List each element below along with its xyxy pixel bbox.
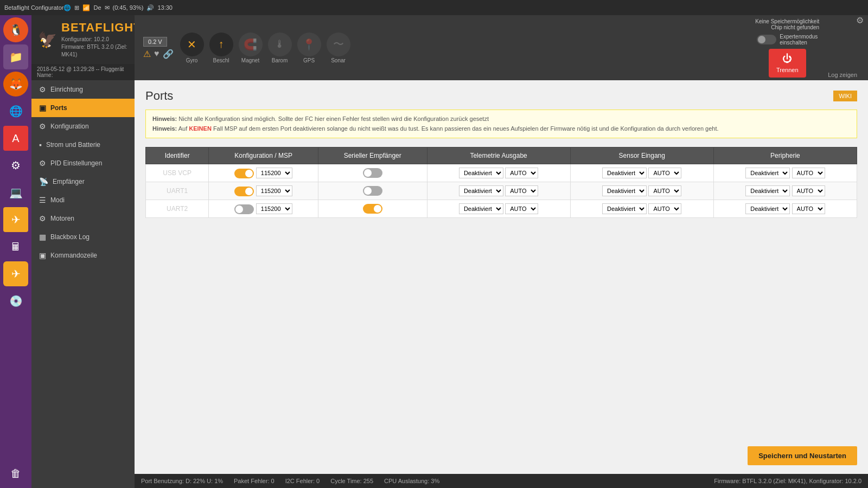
- warning-icon: ⚠: [143, 49, 151, 59]
- warning-text-1: Nicht alle Konfiguration sind möglich. S…: [178, 115, 489, 122]
- peri-mode-0[interactable]: Deaktiviert: [745, 168, 790, 178]
- table-row: UART2 115200 Deaktiviert AUTO: [146, 200, 857, 218]
- settings-gear-icon[interactable]: ⚙: [856, 15, 864, 25]
- tel-baud-1[interactable]: AUTO: [505, 185, 538, 196]
- modi-label: Modi: [50, 196, 65, 204]
- cycle-time: Cycle Time: 255: [330, 478, 373, 484]
- strom-label: Strom und Batterie: [46, 141, 100, 149]
- peri-mode-1[interactable]: Deaktiviert: [745, 185, 790, 196]
- bf2-icon[interactable]: ✈: [3, 261, 28, 286]
- files-icon[interactable]: 📁: [3, 44, 28, 69]
- serial-toggle-0[interactable]: [363, 168, 382, 178]
- warning-line-2: Hinweis: Auf KEINEN Fall MSP auf dem ers…: [152, 124, 850, 134]
- gps-icon: 📍: [297, 33, 321, 56]
- word-icon[interactable]: A: [3, 126, 28, 151]
- sens-mode-1[interactable]: Deaktiviert: [602, 185, 647, 196]
- ports-icon: ▣: [39, 104, 46, 112]
- row-peri-cell: Deaktiviert AUTO: [713, 200, 857, 218]
- tel-mode-1[interactable]: Deaktiviert: [459, 185, 503, 196]
- sidebar-item-modi[interactable]: ☰ Modi: [31, 191, 135, 209]
- sensor-barom[interactable]: 🌡 Barom: [268, 33, 292, 63]
- expert-mode-toggle[interactable]: Expertenmodus einschalten: [757, 34, 818, 46]
- disk-icon[interactable]: 💿: [3, 288, 28, 313]
- save-button[interactable]: Speichern und Neustarten: [748, 446, 857, 465]
- heart-icon: ♥: [154, 49, 159, 59]
- sensor-magnet[interactable]: 🧲 Magnet: [239, 33, 263, 63]
- sys-lang: De: [93, 4, 101, 11]
- paket-fehler: Paket Fehler: 0: [234, 478, 275, 484]
- sidebar-item-kommando[interactable]: ▣ Kommandozeile: [31, 246, 135, 265]
- serial-toggle-1[interactable]: [363, 186, 382, 196]
- network-icon[interactable]: 🌐: [3, 99, 28, 124]
- disconnect-button[interactable]: ⏻ Trennen: [769, 49, 806, 78]
- msp-toggle-1[interactable]: [234, 187, 254, 196]
- sens-baud-0[interactable]: AUTO: [648, 168, 681, 178]
- sidebar-item-motoren[interactable]: ⚙ Motoren: [31, 209, 135, 228]
- col-msp: Konfiguration / MSP: [209, 147, 318, 164]
- msp-toggle-2[interactable]: [234, 204, 254, 214]
- betaflight-icon[interactable]: ✈: [3, 207, 28, 232]
- sensor-beschl[interactable]: ↑ Beschl: [209, 33, 233, 63]
- kommando-label: Kommandozeile: [50, 252, 97, 259]
- tel-baud-0[interactable]: AUTO: [505, 168, 538, 178]
- col-identifier: Identifier: [146, 147, 209, 164]
- settings-icon[interactable]: ⚙: [3, 153, 28, 178]
- warning-keyword: KEINEN: [189, 125, 212, 132]
- beschl-label: Beschl: [213, 57, 229, 63]
- blackbox-icon: ▦: [39, 233, 46, 241]
- tel-mode-2[interactable]: Deaktiviert: [459, 203, 503, 214]
- sensor-gps[interactable]: 📍 GPS: [297, 33, 321, 63]
- port-benutzung: Port Benutzung: D: 22% U: 1%: [141, 478, 223, 484]
- app-title: Betaflight Configurator: [4, 4, 63, 11]
- trash-icon[interactable]: 🗑: [3, 461, 28, 486]
- table-row: USB VCP 115200 Deaktiviert AUTO: [146, 164, 857, 182]
- ports-table: Identifier Konfiguration / MSP Serieller…: [145, 147, 857, 218]
- sys-battery: (0:45, 93%): [113, 4, 144, 11]
- row-serial-cell: [318, 164, 427, 182]
- peri-baud-0[interactable]: AUTO: [792, 168, 825, 178]
- peri-mode-2[interactable]: Deaktiviert: [745, 203, 790, 214]
- tel-mode-0[interactable]: Deaktiviert: [459, 168, 503, 178]
- msp-baud-0[interactable]: 115200: [256, 168, 292, 178]
- terminal-icon[interactable]: 💻: [3, 180, 28, 205]
- msp-baud-2[interactable]: 115200: [256, 203, 292, 214]
- sensor-gyro[interactable]: ✕ Gyro: [180, 33, 204, 63]
- sensor-sonar[interactable]: 〜 Sonar: [327, 33, 350, 63]
- sens-baud-2[interactable]: AUTO: [648, 203, 681, 214]
- sens-mode-2[interactable]: Deaktiviert: [602, 203, 647, 214]
- konfiguration-label: Konfiguration: [50, 123, 89, 130]
- sens-mode-0[interactable]: Deaktiviert: [602, 168, 647, 178]
- sidebar-item-strom[interactable]: ▪ Strom und Batterie: [31, 136, 135, 154]
- expert-toggle-switch[interactable]: [757, 35, 776, 44]
- sidebar-item-einrichtung[interactable]: ⚙ Einrichtung: [31, 80, 135, 99]
- sidebar-item-pid[interactable]: ⚙ PID Einstellungen: [31, 154, 135, 172]
- calc-icon[interactable]: 🖩: [3, 234, 28, 259]
- msp-toggle-0[interactable]: [234, 169, 254, 178]
- row-identifier: USB VCP: [146, 164, 209, 182]
- peri-baud-1[interactable]: AUTO: [792, 185, 825, 196]
- peri-baud-2[interactable]: AUTO: [792, 203, 825, 214]
- wiki-button[interactable]: WIKI: [833, 91, 857, 101]
- firefox-icon[interactable]: 🦊: [3, 72, 28, 97]
- status-right: Firmware: BTFL 3.2.0 (Ziel: MK41), Konfi…: [714, 478, 861, 484]
- msp-baud-1[interactable]: 115200: [256, 185, 292, 196]
- sidebar-item-ports[interactable]: ▣ Ports: [31, 99, 135, 117]
- blackbox-label: Blackbox Log: [50, 233, 90, 241]
- tel-baud-2[interactable]: AUTO: [505, 203, 538, 214]
- pid-label: PID Einstellungen: [50, 159, 102, 167]
- col-sensor: Sensor Eingang: [570, 147, 713, 164]
- motoren-label: Motoren: [50, 215, 74, 222]
- sens-baud-1[interactable]: AUTO: [648, 185, 681, 196]
- sensor-icons: ✕ Gyro ↑ Beschl 🧲 Magnet 🌡 Barom 📍: [180, 33, 749, 63]
- log-link[interactable]: Log zeigen: [826, 69, 859, 80]
- sidebar-item-blackbox[interactable]: ▦ Blackbox Log: [31, 228, 135, 246]
- serial-toggle-2[interactable]: [363, 204, 382, 214]
- sidebar-item-konfiguration[interactable]: ⚙ Konfiguration: [31, 117, 135, 136]
- table-row: UART1 115200 Deaktiviert AUTO: [146, 182, 857, 200]
- connect-area: Keine Speichermöglichkeit Chip nicht gef…: [755, 18, 819, 78]
- cpu-auslastung: CPU Auslastung: 3%: [384, 478, 439, 484]
- warning-text-2a: Auf: [178, 125, 189, 132]
- ubuntu-icon[interactable]: 🐧: [3, 17, 28, 42]
- sidebar-item-empfaenger[interactable]: 📡 Empfänger: [31, 172, 135, 191]
- link-icon: 🔗: [163, 49, 174, 59]
